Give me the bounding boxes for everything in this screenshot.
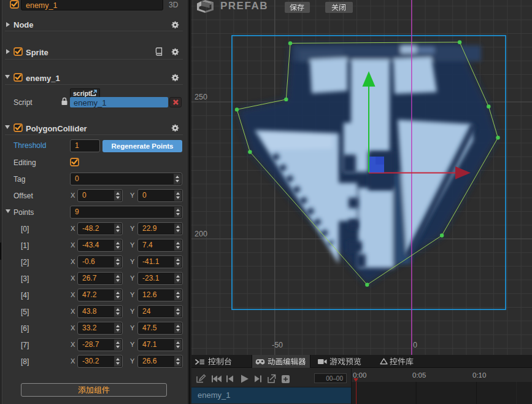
svg-text:200: 200 — [195, 230, 207, 238]
svg-text:250: 250 — [195, 93, 207, 101]
svg-text:0: 0 — [413, 341, 417, 349]
svg-text:-50: -50 — [272, 341, 283, 349]
